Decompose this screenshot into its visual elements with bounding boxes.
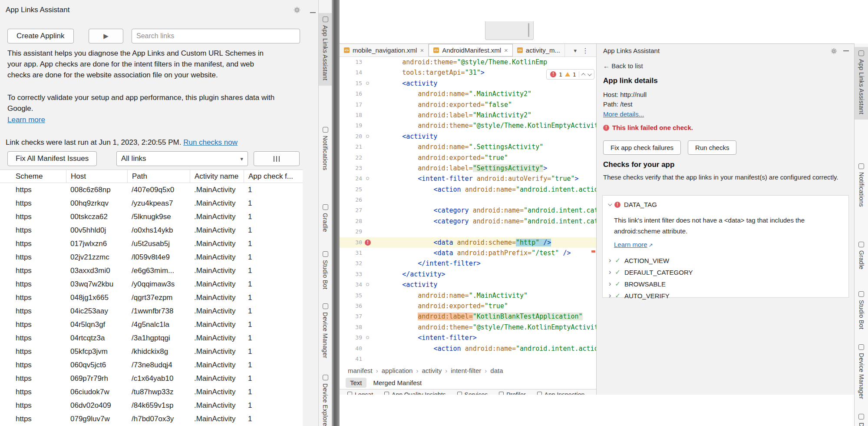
tab-options-kebab-icon[interactable]: ⋮: [582, 44, 589, 57]
tool-tab-app-links-assistant[interactable]: App Links Assistant: [855, 47, 868, 120]
hidden-tabs-chevron-icon[interactable]: ▾: [574, 44, 577, 57]
more-details-link[interactable]: More details...: [603, 110, 644, 118]
tool-tab-device-explorer[interactable]: Device Explorer: [855, 410, 868, 426]
table-row[interactable]: https048jg1x665/qgrt37ezpm.MainActivity1: [0, 291, 303, 304]
code-line[interactable]: 24 <intent-filter android:autoVerify="tr…: [340, 173, 596, 184]
code-line[interactable]: 20 <activity: [340, 131, 596, 142]
table-row[interactable]: https04rtcqtz3a/3a1hgptqgi.MainActivity1: [0, 331, 303, 345]
table-row[interactable]: https03axxd3mi0/e6g63mim....MainActivity…: [0, 264, 303, 277]
table-row[interactable]: https060qv5jct6/73ne8udqj4.MainActivity1: [0, 358, 303, 372]
tool-window-button-services[interactable]: Services: [457, 389, 488, 395]
next-issue-icon[interactable]: [587, 72, 592, 76]
code-line[interactable]: 16 android:name=".MainActivity2": [340, 89, 596, 99]
column-header[interactable]: Path: [127, 170, 194, 183]
learn-more-link[interactable]: Learn more↗: [614, 241, 653, 248]
code-line[interactable]: 31 <data android:pathPrefix="/test" />: [340, 248, 596, 258]
create-applink-button[interactable]: Create Applink: [7, 29, 74, 43]
fold-marker-icon[interactable]: [366, 82, 369, 85]
code-line[interactable]: 21 android:name=".SettingsActivity": [340, 142, 596, 152]
gear-icon[interactable]: [830, 47, 838, 55]
table-row[interactable]: https06ciudok7w/tu87hwp33z.MainActivity1: [0, 385, 303, 399]
code-line[interactable]: 37 android:label="KotlinBlankTestApplica…: [340, 311, 596, 322]
code-line[interactable]: 34 <activity: [340, 280, 596, 290]
tool-tab-device-explorer[interactable]: Device Explorer: [319, 371, 332, 426]
table-row[interactable]: https008c6z68np/407e09q5x0.MainActivity1: [0, 183, 303, 196]
tool-tab-app-links-assistant[interactable]: App Links Assistant: [319, 13, 332, 86]
code-line[interactable]: 35 android:name=".MainActivity": [340, 290, 596, 301]
close-tab-icon[interactable]: ×: [420, 47, 424, 54]
back-to-list-link[interactable]: ← Back to list: [603, 62, 643, 70]
column-header[interactable]: Activity name: [190, 170, 248, 183]
table-row[interactable]: https04ic253aay/1wwnfbr738.MainActivity1: [0, 304, 303, 318]
column-header[interactable]: App check f...: [244, 170, 303, 183]
table-row[interactable]: https017jwlxzn6/u5t2usab5j.MainActivity1: [0, 237, 303, 250]
search-links-input[interactable]: [132, 29, 300, 43]
view-tab-merged-manifest[interactable]: Merged Manifest: [369, 378, 426, 388]
fix-all-manifest-issues-button[interactable]: Fix All Manifest Issues: [7, 151, 97, 166]
configure-columns-button[interactable]: [254, 151, 300, 166]
run-checks-button[interactable]: Run checks: [688, 140, 736, 155]
code-line[interactable]: 30! <data android:scheme="http" />: [340, 237, 596, 248]
code-editor[interactable]: 13 android:theme="@style/Theme.KotlinEmp…: [340, 57, 596, 365]
code-line[interactable]: 39 <intent-filter>: [340, 333, 596, 343]
table-row[interactable]: https03wq7w2kbu/y0qqimaw3s.MainActivity1: [0, 277, 303, 291]
table-row[interactable]: https04r5lqn3gf/4g5nalc1la.MainActivity1: [0, 318, 303, 331]
inspection-widget[interactable]: ! 1 1: [546, 69, 594, 80]
tool-tab-device-manager[interactable]: Device Manager: [319, 300, 332, 363]
check-row-auto_verify[interactable]: ›✓AUTO_VERIFY: [609, 292, 670, 300]
code-line[interactable]: 40 <action android:name="android.intent.…: [340, 343, 596, 354]
code-line[interactable]: 32 </intent-filter>: [340, 258, 596, 269]
breadcrumb-item-intent-filter[interactable]: intent-filter: [451, 367, 481, 374]
code-line[interactable]: 25 <action android:name="android.intent.…: [340, 184, 596, 195]
check-row-default_category[interactable]: ›✓DEFAULT_CATEGORY: [609, 268, 693, 276]
tool-window-button-logcat[interactable]: Logcat: [347, 389, 373, 395]
fold-marker-icon[interactable]: [366, 283, 369, 286]
code-line[interactable]: 38 android:theme="@style/Theme.KotlinEmp…: [340, 322, 596, 333]
fold-marker-icon[interactable]: [366, 336, 369, 339]
breadcrumb-item-manifest[interactable]: manifest: [348, 367, 373, 374]
code-line[interactable]: 23 android:label="SettingsActivity">: [340, 163, 596, 173]
fix-app-check-failures-button[interactable]: Fix app check failures: [603, 140, 681, 155]
table-row[interactable]: https05kfcp3jvm/khidckix8g.MainActivity1: [0, 345, 303, 358]
tool-window-button-app-inspection[interactable]: App Inspection: [537, 389, 585, 395]
table-row[interactable]: https00v5hhld0j/o0xhs14ykb.MainActivity1: [0, 223, 303, 237]
hide-window-icon[interactable]: [309, 9, 317, 17]
window-titlebar[interactable]: App Links Assistant: [0, 0, 318, 20]
code-line[interactable]: 29: [340, 226, 596, 237]
table-row[interactable]: https079g9luv7w/h7bd07ox3y.MainActivity1: [0, 412, 303, 426]
editor-tab-androidmanifest-xml[interactable]: <>AndroidManifest.xml×: [429, 44, 513, 57]
tool-window-button-profiler[interactable]: Profiler: [499, 389, 525, 395]
column-header[interactable]: Scheme: [11, 170, 70, 183]
tool-tab-gradle[interactable]: Gradle: [855, 238, 868, 275]
breadcrumb-item-data[interactable]: data: [490, 367, 503, 374]
hide-panel-icon[interactable]: [842, 47, 850, 55]
code-line[interactable]: 36 android:exported="true": [340, 301, 596, 311]
code-line[interactable]: 15 <activity: [340, 78, 596, 89]
check-row-browsable[interactable]: ›✓BROWSABLE: [609, 280, 666, 288]
breadcrumb-item-application[interactable]: application: [382, 367, 413, 374]
fold-marker-icon[interactable]: [366, 135, 369, 138]
editor-tab-activity-m-[interactable]: <>activity_m...: [513, 44, 565, 57]
code-line[interactable]: 22 android:exported="true": [340, 153, 596, 163]
code-line[interactable]: 17 android:exported="false": [340, 100, 596, 110]
view-tab-text[interactable]: Text: [346, 378, 366, 388]
learn-more-link[interactable]: Learn more: [7, 116, 45, 124]
code-line[interactable]: 33 </activity>: [340, 269, 596, 280]
links-filter-dropdown[interactable]: All links ▾: [116, 151, 248, 166]
table-row[interactable]: https02jv21zzmc/l059v8t4e9.MainActivity1: [0, 250, 303, 264]
tool-tab-studio-bot[interactable]: Studio Bot: [319, 248, 332, 295]
table-row[interactable]: https00hq9zrkqv/yzu4kpeas7.MainActivity1: [0, 196, 303, 210]
table-row[interactable]: https069p7r79rh/c1x64yab10.MainActivity1: [0, 372, 303, 385]
run-checks-now-link[interactable]: Run checks now: [183, 138, 238, 146]
tool-tab-notifications[interactable]: Notifications: [319, 123, 332, 176]
column-header[interactable]: Host: [66, 170, 132, 183]
previous-issue-icon[interactable]: [581, 73, 585, 77]
code-line[interactable]: 28 <category android:name="android.inten…: [340, 216, 596, 226]
table-row[interactable]: https00tskcza62/5lknugk9se.MainActivity1: [0, 210, 303, 223]
tool-window-button-app-quality-insights[interactable]: App Quality Insights: [384, 389, 446, 395]
code-line[interactable]: 41: [340, 354, 596, 364]
code-line[interactable]: 13 android:theme="@style/Theme.KotlinEmp: [340, 57, 596, 67]
code-line[interactable]: 27 <category android:name="android.inten…: [340, 205, 596, 216]
code-line[interactable]: 26: [340, 195, 596, 205]
tool-tab-gradle[interactable]: Gradle: [319, 201, 332, 237]
